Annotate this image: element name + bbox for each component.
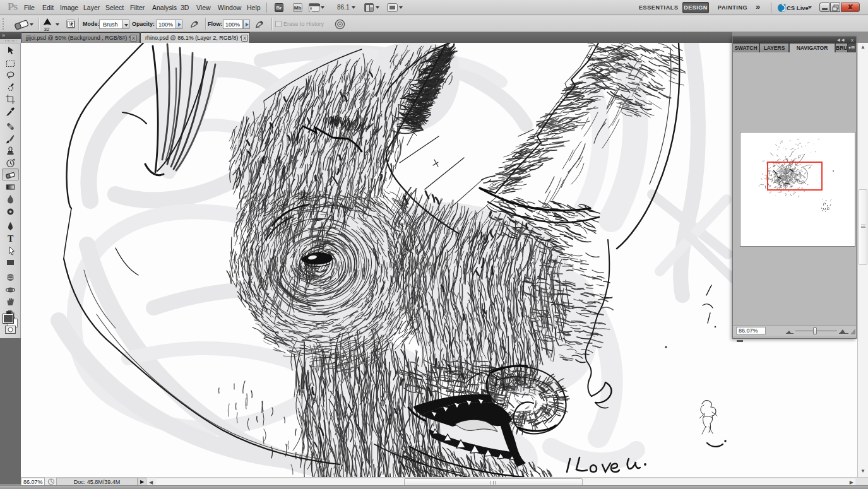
svg-text:T: T	[8, 234, 14, 243]
